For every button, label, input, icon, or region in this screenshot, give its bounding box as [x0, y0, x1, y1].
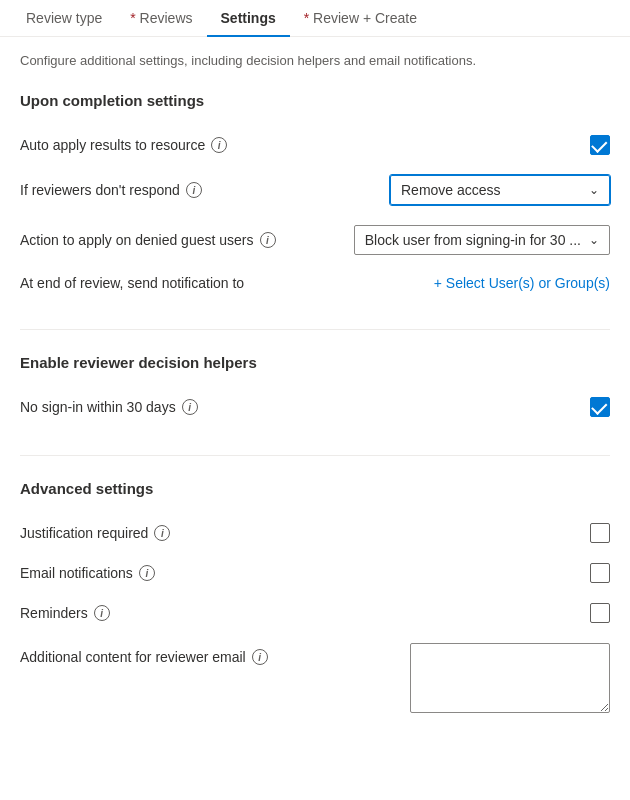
- denied-guest-info-icon[interactable]: i: [260, 232, 276, 248]
- reviewers-respond-info-icon[interactable]: i: [186, 182, 202, 198]
- select-users-groups-link[interactable]: + Select User(s) or Group(s): [434, 275, 610, 291]
- completion-section-heading: Upon completion settings: [20, 92, 610, 109]
- advanced-settings-section: Advanced settings Justification required…: [20, 480, 610, 723]
- denied-guest-control: Block user from signing-in for 30 ... ⌄: [354, 225, 610, 255]
- tab-settings[interactable]: Settings: [207, 0, 290, 36]
- reminders-label: Reminders i: [20, 605, 110, 621]
- tab-review-type-label: Review type: [26, 10, 102, 26]
- auto-apply-checkbox[interactable]: [590, 135, 610, 155]
- section-divider-2: [20, 455, 610, 456]
- reviewers-respond-dropdown-value: Remove access: [401, 182, 501, 198]
- reviewers-respond-chevron-icon: ⌄: [589, 183, 599, 197]
- reminders-checkbox[interactable]: [590, 603, 610, 623]
- reviewers-respond-row: If reviewers don't respond i Remove acce…: [20, 165, 610, 215]
- tab-reviews-label: Reviews: [140, 10, 193, 26]
- no-sign-in-control: [590, 397, 610, 417]
- additional-content-label: Additional content for reviewer email i: [20, 643, 268, 665]
- reviewers-respond-dropdown[interactable]: Remove access ⌄: [390, 175, 610, 205]
- no-sign-in-row: No sign-in within 30 days i: [20, 387, 610, 427]
- tab-review-type[interactable]: Review type: [12, 0, 116, 36]
- end-of-review-label: At end of review, send notification to: [20, 275, 244, 291]
- tab-review-create-asterisk: *: [304, 10, 313, 26]
- page-description: Configure additional settings, including…: [20, 53, 610, 68]
- end-of-review-control: + Select User(s) or Group(s): [434, 275, 610, 291]
- justification-row: Justification required i: [20, 513, 610, 553]
- advanced-settings-heading: Advanced settings: [20, 480, 610, 497]
- denied-guest-chevron-icon: ⌄: [589, 233, 599, 247]
- completion-settings-section: Upon completion settings Auto apply resu…: [20, 92, 610, 301]
- additional-content-textarea[interactable]: [410, 643, 610, 713]
- tab-reviews[interactable]: * Reviews: [116, 0, 206, 36]
- email-notifications-row: Email notifications i: [20, 553, 610, 593]
- email-notifications-info-icon[interactable]: i: [139, 565, 155, 581]
- no-sign-in-info-icon[interactable]: i: [182, 399, 198, 415]
- end-of-review-row: At end of review, send notification to +…: [20, 265, 610, 301]
- reminders-control: [590, 603, 610, 623]
- reviewers-respond-control: Remove access ⌄: [390, 175, 610, 205]
- no-sign-in-checkbox[interactable]: [590, 397, 610, 417]
- main-content: Configure additional settings, including…: [0, 37, 630, 767]
- auto-apply-info-icon[interactable]: i: [211, 137, 227, 153]
- justification-label: Justification required i: [20, 525, 170, 541]
- auto-apply-row: Auto apply results to resource i: [20, 125, 610, 165]
- denied-guest-dropdown-value: Block user from signing-in for 30 ...: [365, 232, 581, 248]
- denied-guest-label: Action to apply on denied guest users i: [20, 232, 276, 248]
- tab-review-create-label: Review + Create: [313, 10, 417, 26]
- tab-settings-label: Settings: [221, 10, 276, 26]
- decision-helpers-heading: Enable reviewer decision helpers: [20, 354, 610, 371]
- reminders-info-icon[interactable]: i: [94, 605, 110, 621]
- auto-apply-control: [590, 135, 610, 155]
- no-sign-in-label: No sign-in within 30 days i: [20, 399, 198, 415]
- justification-info-icon[interactable]: i: [154, 525, 170, 541]
- section-divider-1: [20, 329, 610, 330]
- decision-helpers-section: Enable reviewer decision helpers No sign…: [20, 354, 610, 427]
- tab-reviews-asterisk: *: [130, 10, 139, 26]
- justification-checkbox[interactable]: [590, 523, 610, 543]
- tab-navigation: Review type * Reviews Settings * Review …: [0, 0, 630, 37]
- additional-content-control: [410, 643, 610, 713]
- email-notifications-checkbox[interactable]: [590, 563, 610, 583]
- denied-guest-dropdown[interactable]: Block user from signing-in for 30 ... ⌄: [354, 225, 610, 255]
- reminders-row: Reminders i: [20, 593, 610, 633]
- email-notifications-label: Email notifications i: [20, 565, 155, 581]
- justification-control: [590, 523, 610, 543]
- auto-apply-label: Auto apply results to resource i: [20, 137, 227, 153]
- additional-content-row: Additional content for reviewer email i: [20, 633, 610, 723]
- email-notifications-control: [590, 563, 610, 583]
- tab-review-create[interactable]: * Review + Create: [290, 0, 431, 36]
- reviewers-respond-label: If reviewers don't respond i: [20, 182, 202, 198]
- additional-content-info-icon[interactable]: i: [252, 649, 268, 665]
- denied-guest-row: Action to apply on denied guest users i …: [20, 215, 610, 265]
